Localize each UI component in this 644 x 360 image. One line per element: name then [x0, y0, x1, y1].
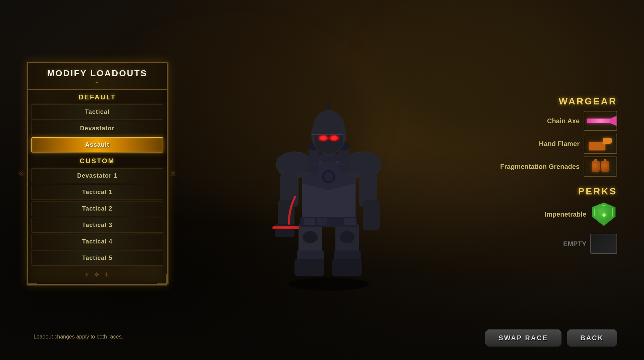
corner-ornament-bl — [27, 274, 37, 284]
chain-axe-icon — [587, 119, 614, 123]
wargear-item-frag[interactable]: Fragmentation Grenades — [490, 156, 617, 177]
chain-axe-icon-box[interactable] — [584, 111, 617, 131]
swap-race-button[interactable]: SWAP RACE — [485, 329, 561, 347]
panel-title-bar: MODIFY LOADOUTS — [28, 63, 167, 90]
back-button[interactable]: BACK — [567, 329, 617, 347]
panel-bottom-decoration: ⚜ ❖ ⚜ — [28, 267, 167, 281]
character-display — [168, 66, 490, 294]
corner-ornament-br — [157, 274, 167, 284]
frag-grenade-icon-2 — [601, 161, 609, 172]
loadout-item-devastator[interactable]: Devastator — [31, 121, 163, 136]
panel-title: MODIFY LOADOUTS — [35, 68, 160, 79]
main-content: ☠ ☠ MODIFY LOADOUTS DEFAULT Tactical Dev… — [0, 0, 644, 360]
hand-flamer-label: Hand Flamer — [539, 140, 580, 148]
svg-marker-37 — [327, 101, 330, 109]
section-default-header: DEFAULT — [28, 90, 167, 103]
skull-right-icon: ☠ — [169, 169, 177, 178]
loadout-item-devastator1[interactable]: Devastator 1 — [31, 168, 163, 183]
chain-axe-label: Chain Axe — [547, 117, 580, 125]
loadout-item-assault[interactable]: Assault — [31, 137, 163, 152]
loadout-item-tactical1[interactable]: Tactical 1 — [31, 185, 163, 200]
frag-grenade-icon — [592, 161, 600, 172]
svg-rect-8 — [332, 259, 362, 276]
marine-visual — [262, 66, 396, 294]
impenetrable-label: Impenetrable — [545, 211, 586, 218]
perk-item-impenetrable[interactable]: Impenetrable ◈ — [490, 201, 617, 228]
impenetrable-icon-box[interactable]: ◈ — [590, 201, 617, 228]
wargear-panel: WARGEAR Chain Axe Hand Flamer Fragmentat… — [490, 96, 617, 257]
loadout-item-tactical2[interactable]: Tactical 2 — [31, 201, 163, 216]
loadout-panel: ☠ ☠ MODIFY LOADOUTS DEFAULT Tactical Dev… — [27, 62, 168, 285]
empty-perk-slot-icon — [590, 234, 617, 254]
empty-perk-icon-box[interactable] — [590, 230, 617, 257]
empty-perk-label: EMPTY — [563, 240, 586, 248]
hand-flamer-icon-box[interactable] — [584, 134, 617, 154]
svg-point-36 — [328, 134, 340, 142]
perks-section-title: PERKS — [490, 186, 617, 197]
wargear-item-chain-axe[interactable]: Chain Axe — [490, 111, 617, 131]
loadout-item-tactical3[interactable]: Tactical 3 — [31, 218, 163, 233]
panel-inner: DEFAULT Tactical Devastator Assault CUST… — [28, 90, 167, 284]
frag-icon — [590, 158, 610, 175]
frag-label: Fragmentation Grenades — [500, 163, 580, 171]
wargear-section-title: WARGEAR — [490, 96, 617, 107]
svg-point-5 — [303, 231, 318, 243]
section-custom-header: CUSTOM — [28, 154, 167, 167]
svg-rect-15 — [344, 218, 356, 225]
loadout-item-tactical5[interactable]: Tactical 5 — [31, 251, 163, 266]
skull-left-icon: ☠ — [18, 169, 25, 178]
loadout-item-tactical4[interactable]: Tactical 4 — [31, 234, 163, 249]
svg-point-11 — [324, 172, 333, 181]
bottom-buttons: SWAP RACE BACK — [485, 329, 617, 347]
wargear-item-hand-flamer[interactable]: Hand Flamer — [490, 134, 617, 154]
marine-svg — [265, 69, 392, 291]
perk-item-empty[interactable]: EMPTY — [490, 230, 617, 257]
svg-rect-24 — [275, 224, 294, 237]
svg-point-6 — [340, 231, 355, 243]
svg-point-35 — [317, 134, 329, 142]
impenetrable-shield-icon: ◈ — [592, 203, 615, 226]
loadout-item-tactical[interactable]: Tactical — [31, 104, 163, 120]
svg-point-0 — [288, 277, 369, 291]
hand-flamer-icon — [589, 137, 612, 150]
perk-inner-symbol: ◈ — [601, 210, 606, 218]
svg-rect-26 — [272, 226, 299, 229]
svg-rect-14 — [317, 218, 327, 225]
svg-rect-13 — [304, 218, 315, 225]
svg-rect-7 — [294, 259, 324, 276]
frag-icon-box[interactable] — [584, 156, 617, 177]
svg-rect-28 — [363, 200, 380, 230]
